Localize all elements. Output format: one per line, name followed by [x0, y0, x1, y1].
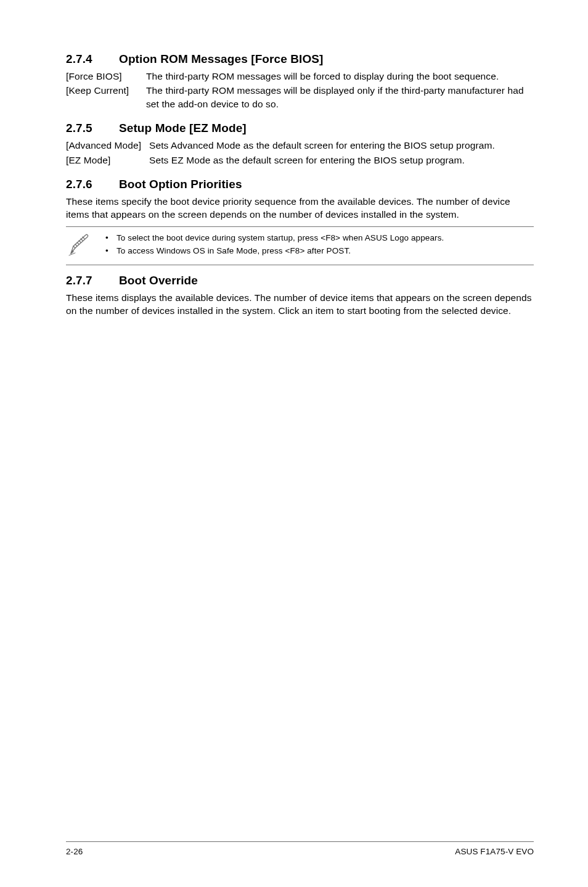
definition-row: [Keep Current] The third-party ROM messa…: [66, 84, 534, 110]
definition-desc: Sets Advanced Mode as the default screen…: [149, 139, 534, 152]
definition-desc: The third-party ROM messages will be dis…: [146, 84, 534, 110]
note-bullet-text: To select the boot device during system …: [116, 232, 444, 245]
note-box: • To select the boot device during syste…: [66, 226, 534, 265]
section-paragraph: These items displays the available devic…: [66, 291, 534, 318]
divider: [66, 226, 534, 227]
product-name: ASUS F1A75-V EVO: [455, 847, 534, 856]
section-number: 2.7.6: [66, 178, 119, 191]
definition-term: [Force BIOS]: [66, 70, 146, 83]
section-heading-275: 2.7.5 Setup Mode [EZ Mode]: [66, 122, 534, 135]
section-number: 2.7.4: [66, 52, 119, 66]
section-title: Setup Mode [EZ Mode]: [119, 122, 247, 135]
definition-term: [Advanced Mode]: [66, 139, 149, 152]
definition-desc: The third-party ROM messages will be for…: [146, 70, 534, 83]
definition-term: [Keep Current]: [66, 84, 146, 110]
section-heading-276: 2.7.6 Boot Option Priorities: [66, 178, 534, 191]
definition-term: [EZ Mode]: [66, 154, 149, 167]
section-number: 2.7.5: [66, 122, 119, 135]
pencil-note-icon: [67, 233, 105, 260]
page-footer: 2-26 ASUS F1A75-V EVO: [66, 841, 534, 856]
bullet-icon: •: [105, 245, 116, 258]
definition-row: [EZ Mode] Sets EZ Mode as the default sc…: [66, 154, 534, 167]
definition-row: [Advanced Mode] Sets Advanced Mode as th…: [66, 139, 534, 152]
note-bullet-text: To access Windows OS in Safe Mode, press…: [116, 245, 351, 258]
section-number: 2.7.7: [66, 274, 119, 287]
note-text: • To select the boot device during syste…: [105, 232, 534, 258]
page-number: 2-26: [66, 847, 83, 856]
divider: [66, 265, 534, 265]
section-title: Option ROM Messages [Force BIOS]: [119, 52, 324, 66]
section-paragraph: These items specify the boot device prio…: [66, 195, 534, 221]
section-title: Boot Override: [119, 274, 198, 287]
bullet-icon: •: [105, 232, 116, 245]
section-heading-274: 2.7.4 Option ROM Messages [Force BIOS]: [66, 52, 534, 66]
definition-row: [Force BIOS] The third-party ROM message…: [66, 70, 534, 83]
section-title: Boot Option Priorities: [119, 178, 242, 191]
definition-desc: Sets EZ Mode as the default screen for e…: [149, 154, 534, 167]
section-heading-277: 2.7.7 Boot Override: [66, 274, 534, 287]
